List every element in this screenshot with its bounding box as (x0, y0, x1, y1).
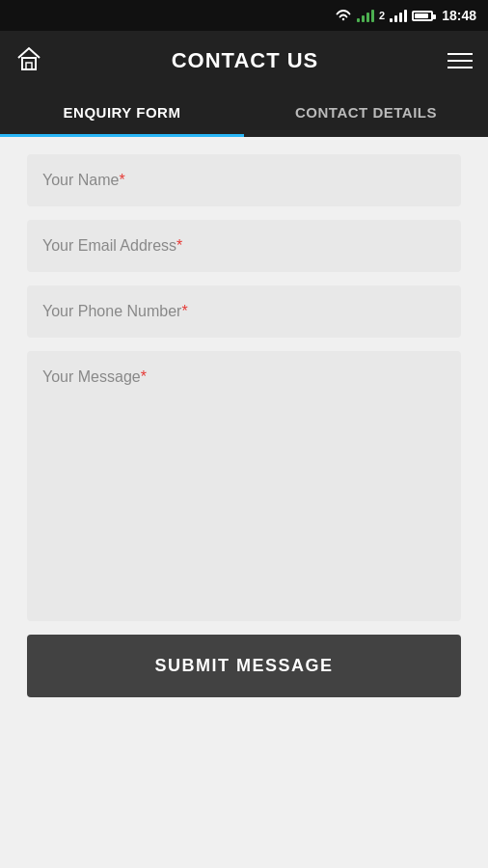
tab-enquiry-form[interactable]: ENQUIRY FORM (0, 91, 244, 137)
home-icon[interactable] (15, 45, 42, 76)
signal-icon (357, 9, 374, 22)
enquiry-form: Your Name* Your Email Address* Your Phon… (0, 137, 488, 621)
name-input[interactable] (27, 154, 461, 206)
message-textarea[interactable] (27, 351, 461, 621)
page-title: CONTACT US (172, 48, 319, 73)
status-icons: 2 18:48 (335, 8, 476, 23)
name-field-wrapper: Your Name* (27, 154, 461, 206)
email-field-wrapper: Your Email Address* (27, 220, 461, 272)
phone-input[interactable] (27, 285, 461, 338)
status-time: 18:48 (442, 8, 476, 23)
battery-icon (412, 11, 433, 21)
svg-rect-1 (26, 63, 32, 69)
app-header: CONTACT US (0, 31, 488, 91)
status-bar: 2 18:48 (0, 0, 488, 31)
wifi-icon (335, 9, 352, 22)
svg-rect-0 (22, 58, 36, 69)
signal-icon-2 (390, 9, 407, 22)
submit-button[interactable]: SUBMIT MESSAGE (27, 635, 461, 697)
menu-icon[interactable] (447, 53, 473, 68)
tab-bar: ENQUIRY FORM CONTACT DETAILS (0, 91, 488, 137)
tab-contact-details[interactable]: CONTACT DETAILS (244, 91, 488, 137)
phone-field-wrapper: Your Phone Number* (27, 285, 461, 338)
email-input[interactable] (27, 220, 461, 272)
data-indicator: 2 (379, 10, 385, 21)
message-field-wrapper: Your Message* (27, 351, 461, 621)
